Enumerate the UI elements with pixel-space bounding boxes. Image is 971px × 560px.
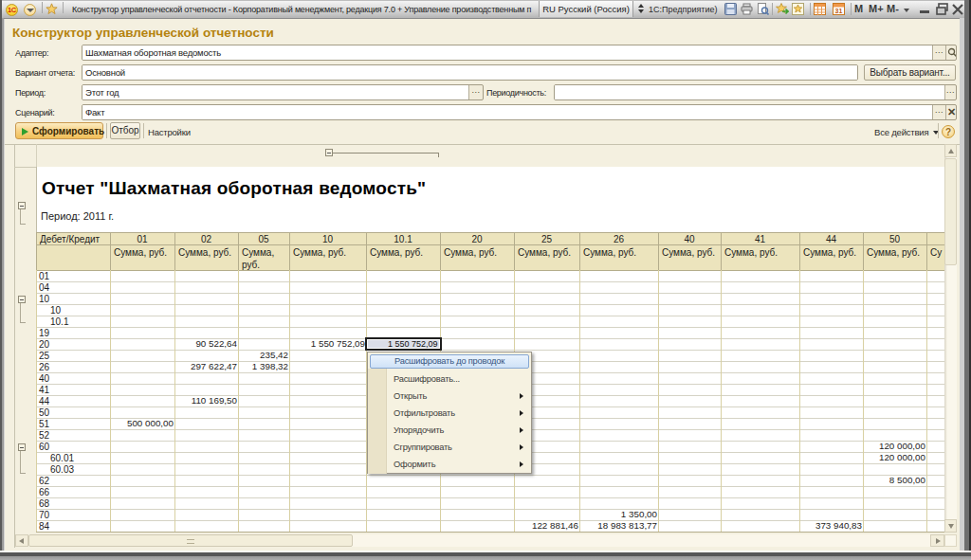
svg-text:31: 31 — [835, 8, 843, 14]
